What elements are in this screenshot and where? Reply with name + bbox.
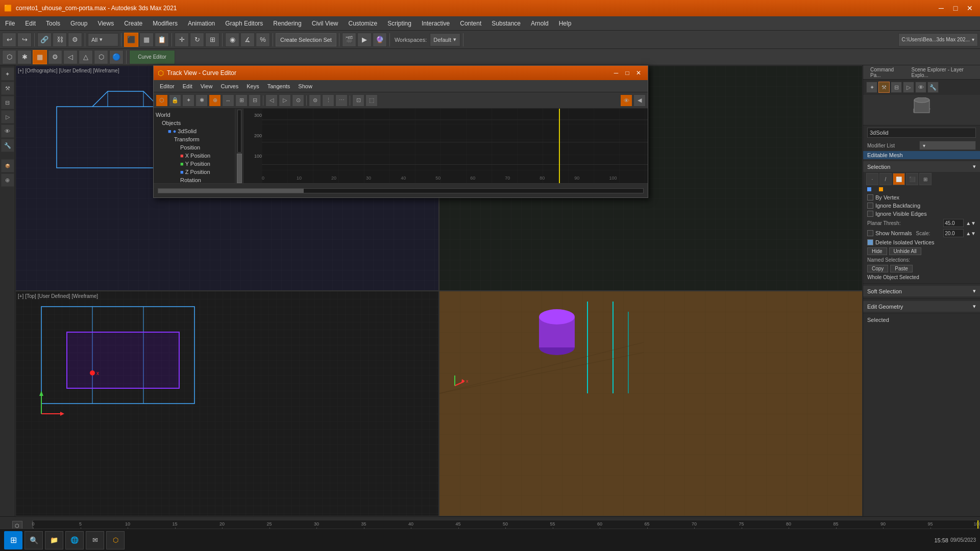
render-setup-button[interactable]: 🎬: [342, 33, 356, 47]
menu-item-group[interactable]: Group: [65, 16, 92, 30]
ce-menu-curves[interactable]: Curves: [216, 80, 242, 92]
xform-gizmo-btn[interactable]: ⊕: [1, 173, 14, 187]
ce-lock-btn[interactable]: 🔒: [169, 94, 181, 107]
ce-tree-item-position[interactable]: Position: [154, 143, 235, 152]
ce-eye-btn[interactable]: 👁: [620, 94, 632, 107]
ce-flatten-btn[interactable]: ⊜: [309, 94, 321, 107]
ce-ease-out-btn[interactable]: ▷: [279, 94, 291, 107]
sub-tb-btn-3[interactable]: ▦: [33, 50, 47, 64]
menu-item-create[interactable]: Create: [119, 16, 148, 30]
sub-tb-btn-4[interactable]: ⚙: [48, 50, 62, 64]
panel-tab-command[interactable]: Command Pa...: [867, 66, 904, 79]
ce-expand-btn[interactable]: ◀: [633, 94, 646, 107]
ce-tree-item-world[interactable]: World: [154, 111, 235, 119]
ce-menu-keys[interactable]: Keys: [242, 80, 263, 92]
ce-slide-key-btn[interactable]: ↔: [222, 94, 234, 107]
viewport-perspective[interactable]: x: [439, 291, 863, 516]
sub-tb-btn-1[interactable]: ⬡: [2, 50, 16, 64]
ce-menu-show[interactable]: Show: [294, 80, 316, 92]
unlink-button[interactable]: ⛓: [53, 33, 67, 47]
ce-break-btn[interactable]: ⋮: [322, 94, 334, 107]
snap-angle-button[interactable]: ∡: [240, 33, 255, 47]
sub-tb-btn-8[interactable]: 🔵: [109, 50, 124, 64]
unhide-button[interactable]: Unhide All: [889, 247, 921, 255]
create-panel-btn[interactable]: ✦: [1, 67, 14, 81]
menu-item-customize[interactable]: Customize: [344, 16, 383, 30]
select-name-button[interactable]: 📋: [155, 33, 169, 47]
edit-geometry-title[interactable]: Edit Geometry ▾: [863, 301, 980, 312]
panel-tab-scene-explorer[interactable]: Scene Explorer - Layer Explo...: [909, 66, 976, 79]
select-button[interactable]: ⬛: [124, 33, 138, 47]
delete-isolated-cb[interactable]: [867, 239, 873, 245]
ce-tree-item-3dsolid[interactable]: ■ ● 3dSolid: [154, 127, 235, 135]
ce-ease-btn[interactable]: ⊙: [292, 94, 304, 107]
ignore-backfacing-cb[interactable]: [867, 203, 873, 209]
ce-scroll-thumb[interactable]: [158, 189, 304, 193]
menu-item-content[interactable]: Content: [455, 16, 486, 30]
sub-tb-btn-7[interactable]: ⬡: [94, 50, 108, 64]
menu-item-file[interactable]: File: [0, 16, 20, 30]
ce-close-button[interactable]: ✕: [633, 68, 644, 78]
ce-scrollbar[interactable]: [154, 183, 648, 197]
view-cube-btn[interactable]: 📦: [1, 159, 14, 172]
snap-button[interactable]: ◉: [225, 33, 239, 47]
soft-selection-title[interactable]: Soft Selection ▾: [863, 286, 980, 296]
sel-edge-btn[interactable]: /: [879, 173, 892, 185]
sub-tb-btn-5[interactable]: ◁: [63, 50, 78, 64]
ce-scale-time-btn[interactable]: ⊞: [235, 94, 248, 107]
curve-editor[interactable]: ⬡ Track View - Curve Editor ─ □ ✕ Editor…: [153, 65, 648, 198]
menu-item-graph-editors[interactable]: Graph Editors: [220, 16, 268, 30]
ce-tree-item-z-position[interactable]: ■ Z Position: [154, 168, 235, 176]
menu-item-civil-view[interactable]: Civil View: [307, 16, 344, 30]
display-icon-btn[interactable]: 👁: [915, 82, 926, 93]
bind-button[interactable]: ⚙: [68, 33, 82, 47]
select-region-button[interactable]: ▦: [139, 33, 154, 47]
by-vertex-cb[interactable]: [867, 194, 873, 201]
material-editor-button[interactable]: 🔮: [373, 33, 387, 47]
search-btn[interactable]: 🔍: [24, 531, 43, 549]
menu-item-animation[interactable]: Animation: [183, 16, 220, 30]
close-button[interactable]: ✕: [964, 3, 976, 13]
ce-move-key-btn[interactable]: ⊕: [209, 94, 221, 107]
modifier-item-editable-mesh[interactable]: Editable Mesh: [863, 151, 980, 159]
hierarchy-icon-btn[interactable]: ⊟: [891, 82, 902, 93]
copy-button[interactable]: Copy: [867, 265, 888, 272]
undo-button[interactable]: ↩: [2, 33, 16, 47]
ignore-visible-edges-cb[interactable]: [867, 211, 873, 217]
motion-icon-btn[interactable]: ▷: [903, 82, 914, 93]
windows-start-btn[interactable]: ⊞: [4, 531, 22, 549]
sub-tb-btn-6[interactable]: △: [79, 50, 93, 64]
scale-button[interactable]: ⊞: [205, 33, 219, 47]
ce-tree-item-transform[interactable]: Transform: [154, 135, 235, 143]
ce-snap-btn[interactable]: ⊟: [249, 94, 261, 107]
motion-panel-btn[interactable]: ▷: [1, 110, 14, 123]
menu-item-help[interactable]: Help: [554, 16, 577, 30]
hide-button[interactable]: Hide: [867, 247, 887, 255]
display-panel-btn[interactable]: 👁: [1, 124, 14, 138]
sel-border-btn[interactable]: ⬜: [893, 173, 905, 185]
ce-menu-edit[interactable]: Edit: [179, 80, 197, 92]
show-normals-cb[interactable]: [867, 230, 873, 236]
ce-unify-btn[interactable]: ⋯: [335, 94, 348, 107]
ce-tree-item-objects[interactable]: Objects: [154, 119, 235, 127]
create-selection-set-button[interactable]: Create Selection Set: [276, 33, 336, 46]
ce-delete-key-btn[interactable]: ✱: [195, 94, 208, 107]
object-name-input[interactable]: [867, 128, 976, 138]
taskbar-file-explorer[interactable]: 📁: [45, 531, 63, 549]
sel-poly-btn[interactable]: ⬛: [906, 173, 918, 185]
sel-vertex-btn[interactable]: ·: [866, 173, 878, 185]
hierarchy-panel-btn[interactable]: ⊟: [1, 96, 14, 109]
redo-button[interactable]: ↪: [17, 33, 32, 47]
menu-item-rendering[interactable]: Rendering: [268, 16, 306, 30]
selection-section-title[interactable]: Selection ▾: [863, 161, 980, 172]
taskbar-mail[interactable]: ✉: [86, 531, 104, 549]
planar-thresh-spin[interactable]: ▲▼: [966, 220, 976, 226]
taskbar-browser[interactable]: 🌐: [65, 531, 84, 549]
ce-tree-item-x-position[interactable]: ■ X Position: [154, 152, 235, 160]
ce-minimize-button[interactable]: ─: [611, 68, 621, 78]
menu-item-views[interactable]: Views: [92, 16, 119, 30]
render-button[interactable]: ▶: [357, 33, 372, 47]
ce-menu-view[interactable]: View: [197, 80, 217, 92]
ce-regions-btn[interactable]: ⬚: [365, 94, 378, 107]
ce-add-key-btn[interactable]: ✦: [182, 94, 194, 107]
